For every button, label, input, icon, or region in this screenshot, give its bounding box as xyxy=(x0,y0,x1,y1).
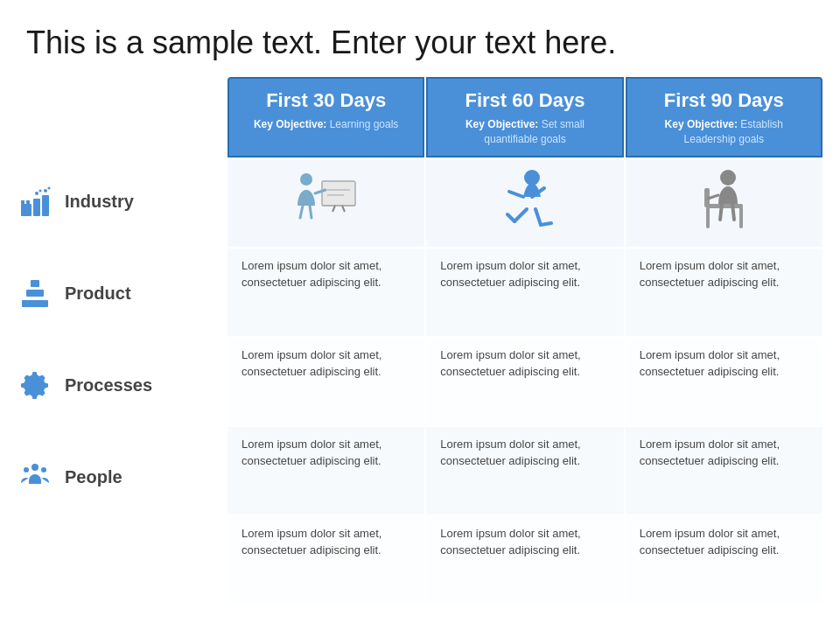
header-col3: First 90 Days Key Objective: Establish L… xyxy=(626,77,822,158)
header-col1-title: First 30 Days xyxy=(243,89,409,112)
row-labels: Industry Product xyxy=(18,77,228,604)
data-cell-processes-col3: Lorem ipsum dolor sit amet, consectetuer… xyxy=(626,427,822,514)
industry-icon xyxy=(18,185,52,220)
svg-rect-11 xyxy=(22,300,48,307)
svg-line-30 xyxy=(536,209,541,225)
svg-line-28 xyxy=(514,209,527,221)
svg-line-31 xyxy=(541,223,551,225)
data-cell-industry-col1: Lorem ipsum dolor sit amet, consectetuer… xyxy=(228,248,424,336)
data-cell-product-col3: Lorem ipsum dolor sit amet, consectetuer… xyxy=(626,338,822,425)
row-label-processes-text: Processes xyxy=(65,375,152,396)
svg-point-6 xyxy=(39,189,42,192)
header-col2: First 60 Days Key Objective: Set small q… xyxy=(426,77,623,158)
header-row: First 30 Days Key Objective: Learning go… xyxy=(228,77,822,158)
data-cell-product-col2: Lorem ipsum dolor sit amet, consectetuer… xyxy=(426,338,623,425)
svg-point-21 xyxy=(300,173,312,186)
svg-point-12 xyxy=(32,464,38,471)
svg-rect-4 xyxy=(26,200,30,204)
header-col2-objective: Key Objective: Set small quantifiable go… xyxy=(442,117,607,147)
row-label-people: People xyxy=(18,431,228,523)
svg-point-8 xyxy=(48,186,51,189)
svg-point-5 xyxy=(35,192,38,195)
svg-line-38 xyxy=(732,204,734,220)
processes-icon xyxy=(18,368,52,403)
svg-point-7 xyxy=(44,189,47,192)
row-label-people-text: People xyxy=(65,467,122,487)
data-cell-processes-col2: Lorem ipsum dolor sit amet, consectetuer… xyxy=(426,427,623,514)
svg-line-37 xyxy=(720,204,722,220)
svg-point-14 xyxy=(41,467,46,472)
page-title: This is a sample text. Enter your text h… xyxy=(0,0,840,77)
data-row-product: Lorem ipsum dolor sit amet, consectetuer… xyxy=(228,338,822,425)
svg-line-24 xyxy=(310,206,312,218)
svg-line-29 xyxy=(508,214,514,221)
data-row-industry: Lorem ipsum dolor sit amet, consectetuer… xyxy=(228,248,822,336)
people-icon xyxy=(18,460,52,495)
data-cell-people-col3: Lorem ipsum dolor sit amet, consectetuer… xyxy=(626,516,822,604)
data-rows: Lorem ipsum dolor sit amet, consectetuer… xyxy=(228,247,822,604)
row-label-processes: Processes xyxy=(18,340,228,431)
data-cell-industry-col3: Lorem ipsum dolor sit amet, consectetuer… xyxy=(626,248,822,336)
icon-cell-sitting xyxy=(626,159,822,247)
svg-rect-3 xyxy=(21,200,24,204)
svg-rect-15 xyxy=(322,181,355,206)
content-area: Industry Product xyxy=(0,77,840,604)
data-cell-product-col1: Lorem ipsum dolor sit amet, consectetuer… xyxy=(228,338,424,425)
page: This is a sample text. Enter your text h… xyxy=(0,0,840,630)
row-label-industry: Industry xyxy=(18,156,228,248)
product-icon xyxy=(18,276,52,312)
grid-area: First 30 Days Key Objective: Learning go… xyxy=(228,77,822,604)
svg-line-26 xyxy=(509,192,523,197)
icon-cell-teaching xyxy=(228,159,424,247)
svg-line-18 xyxy=(342,206,345,212)
svg-rect-9 xyxy=(31,280,39,287)
svg-rect-2 xyxy=(42,195,49,216)
svg-point-36 xyxy=(720,170,736,186)
svg-line-23 xyxy=(300,206,303,218)
svg-rect-10 xyxy=(26,290,44,297)
data-cell-processes-col1: Lorem ipsum dolor sit amet, consectetuer… xyxy=(228,427,424,514)
data-row-processes: Lorem ipsum dolor sit amet, consectetuer… xyxy=(228,427,822,514)
row-label-product-text: Product xyxy=(65,284,131,304)
data-cell-people-col1: Lorem ipsum dolor sit amet, consectetuer… xyxy=(228,516,424,604)
data-row-people: Lorem ipsum dolor sit amet, consectetuer… xyxy=(228,516,822,604)
data-cell-industry-col2: Lorem ipsum dolor sit amet, consectetuer… xyxy=(426,248,623,336)
icon-row xyxy=(228,159,822,247)
svg-rect-1 xyxy=(33,199,40,216)
icon-cell-running xyxy=(426,159,623,247)
row-label-industry-text: Industry xyxy=(65,192,134,212)
row-label-product: Product xyxy=(18,248,228,340)
header-col3-objective: Key Objective: Establish Leadership goal… xyxy=(641,117,807,147)
svg-rect-0 xyxy=(21,204,32,216)
header-col1-objective: Key Objective: Learning goals xyxy=(243,117,409,132)
header-col3-title: First 90 Days xyxy=(641,89,807,112)
header-col2-title: First 60 Days xyxy=(442,89,607,112)
svg-point-13 xyxy=(24,467,29,472)
data-cell-people-col2: Lorem ipsum dolor sit amet, consectetuer… xyxy=(426,516,623,604)
svg-line-17 xyxy=(332,206,335,212)
header-col1: First 30 Days Key Objective: Learning go… xyxy=(228,77,424,158)
svg-rect-32 xyxy=(706,204,743,208)
